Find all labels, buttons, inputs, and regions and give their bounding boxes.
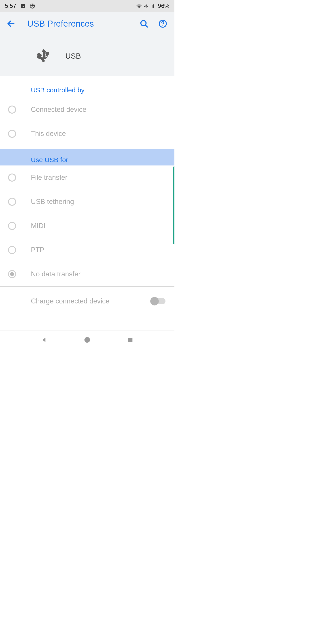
radio-no-data-transfer[interactable]: No data transfer <box>0 262 174 286</box>
svg-line-3 <box>33 5 34 6</box>
radio-icon <box>8 106 16 114</box>
search-button[interactable] <box>139 19 149 28</box>
svg-point-11 <box>162 25 163 26</box>
back-button[interactable] <box>4 17 18 31</box>
radio-midi[interactable]: MIDI <box>0 214 174 238</box>
soccer-icon <box>30 3 35 9</box>
separator <box>0 316 174 316</box>
nav-home-button[interactable] <box>83 336 92 344</box>
radio-usb-tethering[interactable]: USB tethering <box>0 190 174 214</box>
nav-back-button[interactable] <box>40 336 48 344</box>
radio-label: No data transfer <box>31 270 80 278</box>
radio-file-transfer[interactable]: File transfer <box>0 166 174 190</box>
radio-connected-device[interactable]: Connected device <box>0 98 174 122</box>
hero-area: USB Preferences USB <box>0 12 174 76</box>
svg-marker-1 <box>32 5 33 6</box>
switch-label: Charge connected device <box>31 297 110 305</box>
status-time: 5:57 <box>5 2 16 10</box>
nav-bar <box>0 330 174 349</box>
radio-icon <box>8 198 16 206</box>
separator <box>0 146 174 146</box>
radio-icon <box>8 130 16 138</box>
radio-label: Connected device <box>31 106 86 114</box>
nav-recent-button[interactable] <box>126 336 135 344</box>
switch-charge-connected-device[interactable]: Charge connected device <box>0 287 174 316</box>
svg-rect-13 <box>128 338 132 342</box>
section-header-controlled-by: USB controlled by <box>0 76 174 98</box>
usb-hero: USB <box>0 36 174 76</box>
svg-point-12 <box>84 337 90 342</box>
radio-icon <box>8 174 16 182</box>
toggle-switch[interactable] <box>151 298 166 304</box>
content: USB controlled by Connected device This … <box>0 76 174 316</box>
app-bar: USB Preferences <box>0 12 174 36</box>
radio-icon <box>8 222 16 230</box>
usb-hero-label: USB <box>65 52 81 60</box>
radio-label: PTP <box>31 246 44 254</box>
radio-this-device[interactable]: This device <box>0 122 174 146</box>
svg-line-5 <box>31 6 32 8</box>
svg-line-9 <box>145 25 147 27</box>
help-button[interactable] <box>158 19 168 28</box>
svg-line-6 <box>30 5 32 6</box>
radio-label: This device <box>31 130 66 138</box>
radio-ptp[interactable]: PTP <box>0 238 174 262</box>
usb-icon <box>36 46 51 66</box>
radio-icon <box>8 246 16 254</box>
wifi-icon <box>136 3 142 9</box>
radio-label: USB tethering <box>31 198 74 206</box>
battery-icon <box>151 3 156 9</box>
app-bar-actions <box>139 19 170 28</box>
battery-pct: 96% <box>158 2 170 10</box>
edge-accent[interactable] <box>173 166 174 245</box>
status-right: 96% <box>136 2 170 10</box>
radio-icon <box>8 270 16 278</box>
page-title: USB Preferences <box>27 19 139 28</box>
airplane-icon <box>144 3 149 9</box>
radio-label: File transfer <box>31 174 68 182</box>
switch-thumb <box>150 297 159 306</box>
status-left: 5:57 <box>5 2 35 10</box>
svg-line-4 <box>33 6 34 8</box>
picture-icon <box>20 3 26 9</box>
section-header-use-for: Use USB for <box>0 149 174 166</box>
status-bar: 5:57 96% <box>0 0 174 12</box>
radio-label: MIDI <box>31 222 46 230</box>
